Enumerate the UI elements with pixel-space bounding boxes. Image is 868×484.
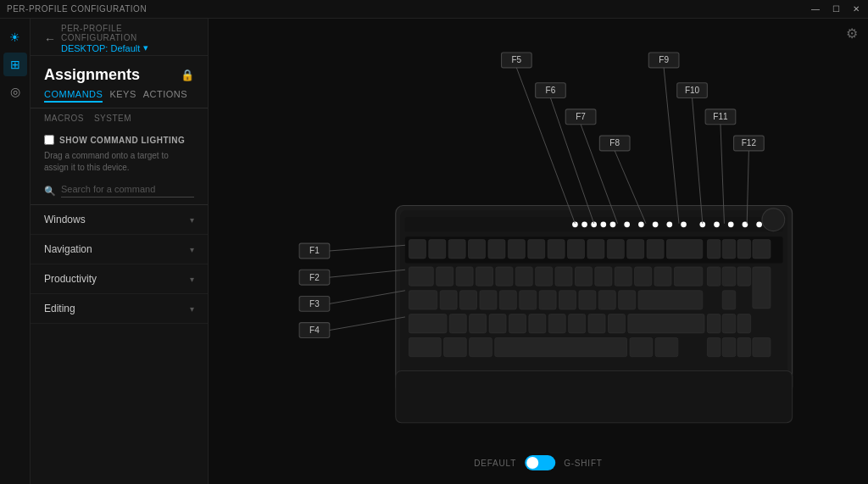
svg-rect-61 bbox=[539, 291, 556, 309]
toggle-switch[interactable] bbox=[525, 455, 555, 470]
svg-point-93 bbox=[762, 209, 785, 231]
svg-rect-60 bbox=[520, 291, 537, 309]
svg-rect-79 bbox=[707, 314, 721, 333]
svg-rect-66 bbox=[638, 291, 703, 309]
show-command-lighting-checkbox[interactable] bbox=[44, 135, 54, 145]
window-controls: — ☐ ✕ bbox=[810, 4, 861, 14]
assignments-rail-icon[interactable]: ⊞ bbox=[3, 53, 27, 76]
svg-rect-36 bbox=[753, 240, 771, 259]
svg-rect-49 bbox=[654, 267, 671, 286]
brightness-rail-icon[interactable]: ☀ bbox=[3, 25, 27, 49]
svg-text:F1: F1 bbox=[309, 246, 320, 255]
svg-point-11 bbox=[666, 221, 672, 227]
svg-rect-27 bbox=[568, 240, 585, 259]
minimize-button[interactable]: — bbox=[810, 4, 821, 14]
svg-point-10 bbox=[653, 221, 659, 227]
svg-rect-25 bbox=[528, 240, 545, 259]
svg-rect-76 bbox=[588, 314, 605, 333]
svg-rect-55 bbox=[409, 291, 437, 309]
svg-text:F11: F11 bbox=[713, 112, 728, 121]
svg-rect-82 bbox=[409, 337, 441, 356]
subtab-macros[interactable]: MACROS bbox=[44, 114, 84, 123]
category-windows-label: Windows bbox=[44, 214, 86, 225]
svg-rect-54 bbox=[753, 267, 771, 309]
settings-icon[interactable]: ⚙ bbox=[846, 25, 858, 42]
svg-point-9 bbox=[638, 221, 644, 227]
tab-actions[interactable]: ACTIONS bbox=[143, 89, 187, 103]
category-editing-label: Editing bbox=[44, 303, 75, 314]
keyboard-svg: F1 F2 F3 F4 F5 F6 bbox=[259, 36, 834, 442]
svg-rect-45 bbox=[575, 267, 592, 286]
category-editing[interactable]: Editing ▾ bbox=[31, 294, 208, 324]
svg-rect-75 bbox=[569, 314, 586, 333]
sidebar-title: Assignments bbox=[44, 66, 140, 84]
gshift-toggle-label: G-SHIFT bbox=[564, 459, 603, 468]
svg-rect-20 bbox=[429, 240, 446, 259]
svg-rect-29 bbox=[607, 240, 624, 259]
svg-rect-22 bbox=[469, 240, 486, 259]
svg-text:F4: F4 bbox=[309, 325, 320, 335]
svg-rect-56 bbox=[440, 291, 457, 309]
category-navigation[interactable]: Navigation ▾ bbox=[31, 235, 208, 264]
svg-point-4 bbox=[581, 221, 587, 227]
svg-line-99 bbox=[330, 270, 405, 277]
circle-rail-icon[interactable]: ◎ bbox=[3, 80, 27, 103]
category-windows[interactable]: Windows ▾ bbox=[31, 205, 208, 235]
app-layout: ☀ ⊞ ◎ ← PER-PROFILE CONFIGURATION DESKTO… bbox=[0, 19, 868, 484]
icon-rail: ☀ ⊞ ◎ bbox=[0, 19, 31, 484]
svg-rect-26 bbox=[548, 240, 565, 259]
svg-line-105 bbox=[330, 317, 405, 331]
svg-rect-59 bbox=[499, 291, 516, 309]
svg-text:F9: F9 bbox=[659, 55, 669, 64]
svg-rect-30 bbox=[627, 240, 644, 259]
keyboard-area: F1 F2 F3 F4 F5 F6 bbox=[259, 36, 834, 442]
profile-name[interactable]: DESKTOP: Default ▾ bbox=[61, 42, 194, 53]
maximize-button[interactable]: ☐ bbox=[831, 4, 841, 14]
category-navigation-label: Navigation bbox=[44, 243, 92, 255]
tab-keys[interactable]: KEYS bbox=[109, 89, 136, 103]
svg-rect-85 bbox=[495, 337, 627, 356]
category-productivity-label: Productivity bbox=[44, 273, 97, 285]
svg-rect-69 bbox=[449, 314, 466, 333]
subtab-system[interactable]: SYSTEM bbox=[94, 114, 131, 123]
search-input[interactable] bbox=[61, 184, 194, 197]
svg-text:F6: F6 bbox=[546, 86, 556, 95]
svg-rect-24 bbox=[508, 240, 525, 259]
tab-commands[interactable]: COMMANDS bbox=[44, 89, 103, 103]
svg-rect-92 bbox=[396, 370, 793, 422]
svg-rect-38 bbox=[437, 267, 453, 286]
svg-rect-46 bbox=[595, 267, 612, 286]
svg-rect-42 bbox=[515, 267, 532, 286]
svg-rect-48 bbox=[635, 267, 652, 286]
svg-rect-63 bbox=[579, 291, 596, 309]
svg-rect-87 bbox=[655, 337, 678, 356]
svg-rect-21 bbox=[448, 240, 465, 259]
svg-text:F3: F3 bbox=[309, 299, 320, 309]
svg-rect-37 bbox=[409, 267, 433, 286]
command-lighting-label: SHOW COMMAND LIGHTING bbox=[59, 136, 185, 145]
svg-rect-80 bbox=[722, 314, 736, 333]
category-productivity[interactable]: Productivity ▾ bbox=[31, 264, 208, 294]
svg-rect-91 bbox=[753, 337, 771, 356]
svg-rect-47 bbox=[615, 267, 632, 286]
command-lighting-description: Drag a command onto a target to assign i… bbox=[44, 150, 194, 174]
svg-rect-88 bbox=[707, 337, 721, 356]
lock-icon: 🔒 bbox=[181, 69, 194, 81]
svg-rect-35 bbox=[737, 240, 751, 259]
close-button[interactable]: ✕ bbox=[851, 4, 861, 14]
chevron-down-icon: ▾ bbox=[190, 245, 194, 254]
back-button[interactable]: ← bbox=[44, 32, 56, 46]
svg-rect-71 bbox=[489, 314, 506, 333]
default-toggle-label: DEFAULT bbox=[474, 459, 516, 468]
svg-point-12 bbox=[681, 221, 687, 227]
search-icon: 🔍 bbox=[44, 186, 56, 197]
svg-rect-33 bbox=[707, 240, 721, 259]
svg-rect-31 bbox=[647, 240, 664, 259]
svg-rect-41 bbox=[496, 267, 513, 286]
svg-point-14 bbox=[714, 221, 720, 227]
svg-point-17 bbox=[756, 221, 762, 227]
svg-rect-28 bbox=[587, 240, 604, 259]
svg-rect-58 bbox=[480, 291, 497, 309]
per-profile-label: PER-PROFILE CONFIGURATION bbox=[61, 24, 194, 42]
svg-rect-65 bbox=[619, 291, 636, 309]
